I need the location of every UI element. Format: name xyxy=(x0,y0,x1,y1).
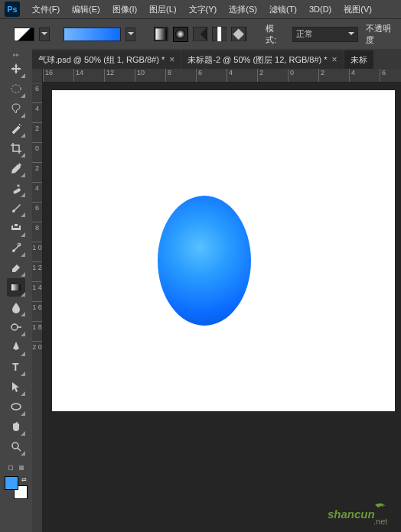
crop-tool[interactable] xyxy=(7,139,25,157)
svg-point-4 xyxy=(176,29,186,39)
mode-value: 正常 xyxy=(296,28,313,40)
mode-label: 模式: xyxy=(266,23,284,46)
ruler-tick: 1 2 xyxy=(32,261,42,281)
menu-type[interactable]: 文字(Y) xyxy=(183,1,223,18)
foreground-color[interactable] xyxy=(5,476,18,490)
menu-3d[interactable]: 3D(D) xyxy=(303,2,337,17)
document-tabs: ▸▸ 气球.psd @ 50% (组 1, RGB/8#) * × 未标题-2 … xyxy=(0,49,401,69)
gradient-diamond-icon[interactable] xyxy=(231,27,246,42)
menu-edit[interactable]: 编辑(E) xyxy=(66,1,106,18)
ruler-tick: 8 xyxy=(165,69,196,82)
tab-document-3[interactable]: 未标 xyxy=(344,50,373,69)
svg-text:.net: .net xyxy=(373,517,387,526)
ruler-tick: 1 8 xyxy=(32,321,42,341)
ruler-tick: 1 0 xyxy=(32,242,42,261)
hand-tool[interactable] xyxy=(7,417,25,436)
shape-tool[interactable] xyxy=(7,397,25,416)
move-tool[interactable] xyxy=(7,60,25,78)
ruler-origin[interactable] xyxy=(32,69,43,83)
marquee-tool[interactable] xyxy=(7,79,25,98)
tab-label: 未标题-2 @ 50% (图层 12, RGB/8#) * xyxy=(187,54,327,66)
menu-image[interactable]: 图像(I) xyxy=(106,1,143,18)
svg-text:shancun: shancun xyxy=(328,508,375,521)
ruler-tick: 10 xyxy=(135,69,165,82)
tab-document-1[interactable]: 气球.psd @ 50% (组 1, RGB/8#) * × xyxy=(32,50,181,69)
gradient-angle-icon[interactable] xyxy=(193,27,207,42)
svg-point-15 xyxy=(11,404,21,410)
ruler-tick: 2 xyxy=(318,69,349,82)
path-selection-tool[interactable] xyxy=(7,378,25,396)
history-brush-tool[interactable] xyxy=(7,238,25,257)
brush-tool[interactable] xyxy=(7,199,25,217)
options-bar: 模式: 正常 不透明度 xyxy=(0,18,401,49)
close-icon[interactable]: × xyxy=(169,54,174,65)
ruler-tick: 6 xyxy=(32,202,42,222)
eraser-tool[interactable] xyxy=(7,258,25,277)
ruler-tick: 6 xyxy=(380,69,401,82)
svg-rect-10 xyxy=(13,188,21,194)
svg-rect-3 xyxy=(155,28,166,39)
gradient-tool[interactable] xyxy=(7,278,25,297)
gradient-reflected-icon[interactable] xyxy=(212,27,227,42)
ruler-vertical[interactable]: 642024681 01 21 41 61 82 0 xyxy=(32,83,43,532)
ruler-tick: 2 xyxy=(32,162,42,182)
gradient-radial-icon[interactable] xyxy=(173,27,187,42)
watermark: shancun .net xyxy=(328,501,396,527)
gradient-preview[interactable] xyxy=(64,28,121,41)
svg-text:T: T xyxy=(12,361,19,373)
gradient-picker-dropdown[interactable] xyxy=(126,28,136,41)
mode-select[interactable]: 正常 xyxy=(292,27,358,42)
menu-bar: Ps 文件(F) 编辑(E) 图像(I) 图层(L) 文字(Y) 选择(S) 滤… xyxy=(0,0,401,18)
tools-panel: ▸▸ T ⇄ xyxy=(0,49,32,532)
ruler-tick: 2 0 xyxy=(32,341,42,361)
ruler-tick: 4 xyxy=(32,182,42,202)
svg-rect-12 xyxy=(11,284,21,290)
menu-select[interactable]: 选择(S) xyxy=(223,1,263,18)
ruler-tick: 14 xyxy=(73,69,104,82)
canvas[interactable] xyxy=(52,90,395,411)
swap-colors-icon[interactable]: ⇄ xyxy=(21,476,27,483)
ruler-tick: 1 6 xyxy=(32,301,42,321)
ruler-tick: 12 xyxy=(104,69,135,82)
close-icon[interactable]: × xyxy=(332,54,337,65)
ruler-tick: 6 xyxy=(32,83,42,102)
tool-preset-swatch[interactable] xyxy=(14,28,34,41)
tab-label: 气球.psd @ 50% (组 1, RGB/8#) * xyxy=(38,54,165,66)
svg-text:Ps: Ps xyxy=(7,5,17,14)
magic-wand-tool[interactable] xyxy=(7,119,25,138)
menu-file[interactable]: 文件(F) xyxy=(26,1,66,18)
tab-document-2[interactable]: 未标题-2 @ 50% (图层 12, RGB/8#) * × xyxy=(181,50,343,69)
svg-point-13 xyxy=(11,324,18,330)
menu-view[interactable]: 视图(V) xyxy=(337,1,378,18)
app-logo: Ps xyxy=(5,2,20,17)
ruler-tick: 16 xyxy=(43,69,73,82)
ruler-tick: 8 xyxy=(32,222,42,242)
pen-tool[interactable] xyxy=(7,338,25,356)
eyedropper-tool[interactable] xyxy=(7,159,25,177)
ruler-tick: 4 xyxy=(32,102,42,122)
clone-stamp-tool[interactable] xyxy=(7,219,25,237)
menu-filter[interactable]: 滤镜(T) xyxy=(263,1,303,18)
type-tool[interactable]: T xyxy=(7,358,25,376)
color-swatches[interactable]: ⇄ xyxy=(5,476,28,499)
tool-preset-dropdown[interactable] xyxy=(39,28,50,41)
menu-layer[interactable]: 图层(L) xyxy=(143,1,182,18)
ruler-tick: 0 xyxy=(288,69,318,82)
panel-grip[interactable]: ▸▸ xyxy=(13,54,19,56)
blur-tool[interactable] xyxy=(7,298,25,316)
lasso-tool[interactable] xyxy=(7,99,25,118)
ruler-tick: 4 xyxy=(349,69,380,82)
svg-point-16 xyxy=(12,443,18,449)
ruler-tick: 0 xyxy=(32,142,42,162)
zoom-tool[interactable] xyxy=(7,437,25,456)
quick-mask-toggle[interactable] xyxy=(8,466,24,470)
opacity-label: 不透明度 xyxy=(366,23,398,46)
ruler-tick: 6 xyxy=(196,69,227,82)
ruler-tick: 2 xyxy=(32,122,42,142)
healing-brush-tool[interactable] xyxy=(7,179,25,197)
ruler-tick: 4 xyxy=(227,69,257,82)
dodge-tool[interactable] xyxy=(7,318,25,336)
gradient-linear-icon[interactable] xyxy=(154,27,168,42)
ruler-horizontal[interactable]: 16141210864202468 xyxy=(43,69,401,83)
svg-rect-7 xyxy=(217,27,221,41)
